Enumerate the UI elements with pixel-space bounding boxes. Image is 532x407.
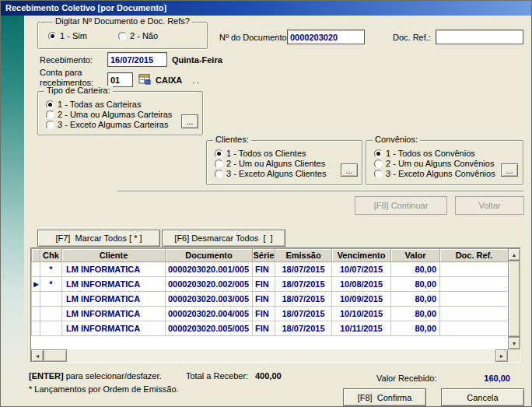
radio-exceto-clientes[interactable]: 3 - Exceto Alguns Clientes bbox=[215, 169, 326, 178]
cell-documento[interactable]: 0000203020.005/005 bbox=[166, 321, 253, 336]
cell-serie[interactable]: FIN bbox=[253, 307, 275, 321]
num-documento-input[interactable] bbox=[287, 30, 365, 44]
cell-chk[interactable]: * bbox=[40, 262, 62, 277]
vertical-scroll-thumb[interactable] bbox=[508, 261, 520, 337]
cell-valor[interactable]: 80,00 bbox=[391, 321, 440, 336]
cancela-button[interactable]: Cancela bbox=[441, 388, 524, 406]
cell-cliente[interactable]: LM INFORMATICA bbox=[62, 307, 166, 321]
radio-sim[interactable]: 1 - Sim bbox=[48, 31, 87, 40]
grid-header-emissao[interactable]: Emissão bbox=[275, 249, 332, 262]
grid-header-cliente[interactable]: Cliente bbox=[62, 249, 166, 262]
cell-doc_ref[interactable] bbox=[440, 292, 509, 307]
cell-cliente[interactable]: LM INFORMATICA bbox=[62, 292, 166, 307]
cell-serie[interactable]: FIN bbox=[253, 277, 275, 292]
row-selector[interactable] bbox=[32, 307, 40, 321]
grid-header-valor[interactable]: Valor bbox=[391, 249, 440, 262]
cell-documento[interactable]: 0000203020.004/005 bbox=[166, 307, 253, 321]
total-label: Total a Receber: bbox=[186, 371, 248, 381]
cell-emissao[interactable]: 18/07/2015 bbox=[275, 262, 332, 277]
radio-algumas-carteiras[interactable]: 2 - Uma ou Algumas Carteiras bbox=[46, 110, 172, 119]
cell-doc_ref[interactable] bbox=[440, 307, 509, 321]
cell-cliente[interactable]: LM INFORMATICA bbox=[62, 262, 166, 277]
radio-todos-clientes[interactable]: 1 - Todos os Clientes bbox=[215, 149, 306, 158]
current-row-arrow-icon[interactable]: ► bbox=[32, 277, 40, 292]
table-row[interactable]: LM INFORMATICA0000203020.004/005FIN18/07… bbox=[32, 307, 509, 321]
cell-valor[interactable]: 80,00 bbox=[391, 292, 440, 307]
cell-documento[interactable]: 0000203020.001/005 bbox=[166, 262, 253, 277]
carteira-more-button[interactable]: ... bbox=[181, 114, 198, 128]
grid-header-documento[interactable]: Documento bbox=[166, 249, 253, 262]
radio-alguns-clientes[interactable]: 2 - Um ou Alguns Clientes bbox=[215, 159, 325, 168]
radio-todas-carteiras[interactable]: 1 - Todas as Carteiras bbox=[46, 100, 141, 109]
enter-key-label: [ENTER] bbox=[29, 371, 64, 381]
radio-exceto-carteiras[interactable]: 3 - Exceto Algumas Carteiras bbox=[46, 120, 168, 129]
title-bar[interactable]: Recebimento Coletivo [por Documento] bbox=[1, 1, 531, 16]
cell-chk[interactable] bbox=[40, 321, 62, 336]
cell-vencimento[interactable]: 10/10/2015 bbox=[332, 307, 391, 321]
cell-emissao[interactable]: 18/07/2015 bbox=[275, 307, 332, 321]
cell-vencimento[interactable]: 10/08/2015 bbox=[332, 277, 391, 292]
radio-alguns-convenios[interactable]: 2 - Um ou Alguns Convênios bbox=[374, 159, 494, 168]
radio-exceto-convenios[interactable]: 3 - Exceto Alguns Convênios bbox=[374, 169, 495, 178]
cell-vencimento[interactable]: 10/07/2015 bbox=[332, 262, 391, 277]
radio-todos-convenios[interactable]: 1 - Todos os Convênios bbox=[374, 149, 475, 158]
cell-serie[interactable]: FIN bbox=[253, 321, 275, 336]
scroll-up-icon[interactable]: ▲ bbox=[508, 248, 520, 261]
grid-header-docref[interactable]: Doc. Ref. bbox=[440, 249, 509, 262]
table-row[interactable]: *LM INFORMATICA0000203020.001/005FIN18/0… bbox=[32, 262, 509, 277]
cell-documento[interactable]: 0000203020.002/005 bbox=[166, 277, 253, 292]
voltar-button[interactable]: Voltar bbox=[455, 196, 524, 215]
row-selector[interactable] bbox=[32, 321, 40, 336]
cell-emissao[interactable]: 18/07/2015 bbox=[275, 292, 332, 307]
cell-vencimento[interactable]: 10/09/2015 bbox=[332, 292, 391, 307]
cell-cliente[interactable]: LM INFORMATICA bbox=[62, 321, 166, 336]
radio-nao[interactable]: 2 - Não bbox=[118, 31, 158, 40]
window-title: Recebimento Coletivo [por Documento] bbox=[5, 3, 166, 12]
table-row[interactable]: LM INFORMATICA0000203020.005/005FIN18/07… bbox=[32, 321, 509, 336]
cell-doc_ref[interactable] bbox=[440, 262, 509, 277]
continuar-button[interactable]: [F8] Continuar bbox=[355, 196, 447, 215]
cell-vencimento[interactable]: 10/11/2015 bbox=[332, 321, 391, 336]
table-lookup-icon[interactable] bbox=[138, 73, 151, 86]
cell-chk[interactable] bbox=[40, 307, 62, 321]
grid-header-selector bbox=[32, 249, 40, 262]
horizontal-scroll-thumb[interactable] bbox=[44, 349, 67, 362]
scroll-left-icon[interactable]: ◄ bbox=[31, 349, 44, 362]
cell-cliente[interactable]: LM INFORMATICA bbox=[62, 277, 166, 292]
marcar-todos-button[interactable]: [F7] Marcar Todos [ * ] bbox=[37, 230, 160, 247]
confirma-button[interactable]: [F8] Confirma bbox=[343, 388, 426, 406]
table-row[interactable]: LM INFORMATICA0000203020.003/005FIN18/07… bbox=[32, 292, 509, 307]
cell-valor[interactable]: 80,00 bbox=[391, 307, 440, 321]
scroll-right-icon[interactable]: ► bbox=[495, 349, 508, 362]
grid-header-chk[interactable]: Chk bbox=[40, 249, 62, 262]
row-selector[interactable] bbox=[32, 292, 40, 307]
convenios-more-button[interactable]: ... bbox=[501, 163, 518, 177]
cell-serie[interactable]: FIN bbox=[253, 292, 275, 307]
cell-chk[interactable] bbox=[40, 292, 62, 307]
documents-table: Chk Cliente Documento Série Emissão Venc… bbox=[31, 248, 509, 336]
grid-header-vencimento[interactable]: Vencimento bbox=[332, 249, 391, 262]
table-row[interactable]: ►*LM INFORMATICA0000203020.002/005FIN18/… bbox=[32, 277, 509, 292]
cell-valor[interactable]: 80,00 bbox=[391, 277, 440, 292]
cell-chk[interactable]: * bbox=[40, 277, 62, 292]
cell-doc_ref[interactable] bbox=[440, 321, 509, 336]
cell-serie[interactable]: FIN bbox=[253, 262, 275, 277]
horizontal-scrollbar[interactable]: ◄ ► bbox=[31, 349, 508, 362]
recebimento-label: Recebimento: bbox=[40, 55, 93, 65]
clientes-more-button[interactable]: ... bbox=[341, 163, 358, 177]
divider bbox=[117, 191, 523, 192]
grid-header-serie[interactable]: Série bbox=[253, 249, 275, 262]
cell-emissao[interactable]: 18/07/2015 bbox=[275, 277, 332, 292]
doc-ref-input[interactable] bbox=[436, 30, 523, 44]
recebimento-date-input[interactable] bbox=[107, 52, 167, 67]
radio-label: 2 - Não bbox=[130, 31, 158, 40]
scroll-down-icon[interactable]: ▼ bbox=[508, 337, 520, 349]
cell-valor[interactable]: 80,00 bbox=[391, 262, 440, 277]
vertical-scrollbar[interactable]: ▲ ▼ bbox=[508, 248, 520, 349]
cell-emissao[interactable]: 18/07/2015 bbox=[275, 321, 332, 336]
cell-documento[interactable]: 0000203020.003/005 bbox=[166, 292, 253, 307]
desmarcar-todos-button[interactable]: [F6] Desmarcar Todos [ ] bbox=[162, 230, 285, 247]
cell-doc_ref[interactable] bbox=[440, 277, 509, 292]
group-title: Convênios: bbox=[373, 135, 420, 144]
row-selector[interactable] bbox=[32, 262, 40, 277]
